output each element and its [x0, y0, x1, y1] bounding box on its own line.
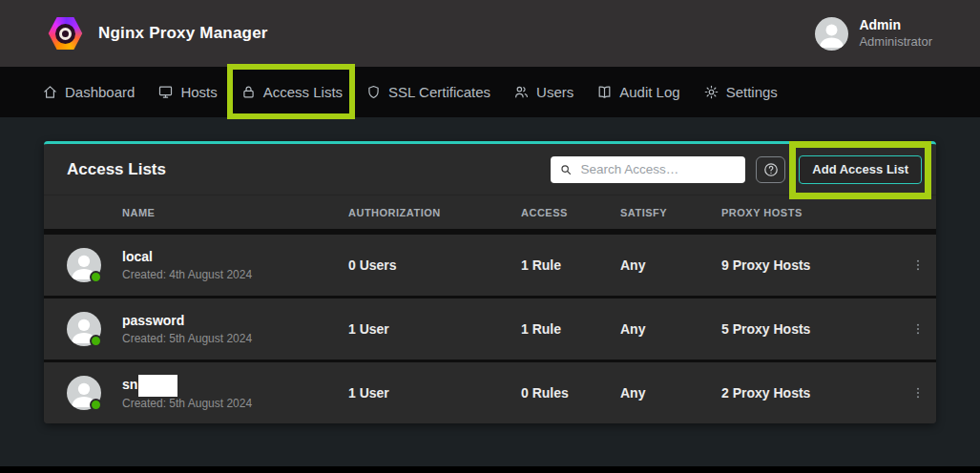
nav-label: Users: [536, 84, 573, 100]
table-row: local Created: 4th August 2024 0 Users 1…: [44, 235, 936, 296]
nav-item-audit-log[interactable]: Audit Log: [596, 84, 679, 100]
nav-item-ssl-certificates[interactable]: SSL Certificates: [365, 84, 490, 100]
gear-icon: [703, 84, 719, 100]
lock-icon: [240, 84, 257, 100]
access-list-name: password: [122, 313, 348, 328]
user-role: Administrator: [859, 34, 932, 50]
col-header-satisfy: Satisfy: [620, 207, 721, 218]
question-circle-icon: [762, 161, 780, 178]
user-name: Admin: [859, 17, 932, 34]
vertical-dots-icon: [910, 257, 926, 274]
satisfy-value: Any: [620, 321, 721, 337]
users-icon: [513, 84, 530, 100]
main-nav: Dashboard Hosts Access Lists SSL Certifi…: [0, 67, 980, 117]
proxy-hosts-value: 5 Proxy Hosts: [721, 321, 903, 337]
app-logo-link[interactable]: Nginx Proxy Manager: [48, 16, 268, 51]
npm-logo-icon: [48, 16, 83, 51]
access-lists-panel: Access Lists Add Access List Name Author…: [44, 141, 936, 423]
table-row: sn Created: 5th August 2024 1 User 0 Rul…: [44, 362, 936, 423]
app-title: Nginx Proxy Manager: [98, 24, 268, 43]
nav-item-hosts[interactable]: Hosts: [157, 84, 217, 100]
row-menu-button[interactable]: [905, 380, 931, 405]
status-dot: [90, 271, 102, 283]
nav-label: Audit Log: [619, 84, 679, 100]
access-value: 1 Rule: [521, 257, 620, 273]
access-list-name: local: [122, 249, 348, 264]
panel-title: Access Lists: [67, 160, 166, 179]
authorization-value: 1 User: [348, 321, 521, 337]
search-icon: [559, 162, 573, 177]
status-dot: [90, 335, 102, 347]
nav-label: Access Lists: [263, 84, 343, 100]
nav-item-users[interactable]: Users: [513, 84, 573, 100]
book-icon: [596, 84, 613, 100]
nav-label: Dashboard: [65, 84, 135, 100]
row-menu-button[interactable]: [905, 317, 931, 341]
redaction-box: [138, 375, 177, 397]
search-box: [551, 156, 745, 183]
vertical-dots-icon: [910, 384, 926, 401]
authorization-value: 1 User: [348, 385, 521, 401]
created-date: Created: 5th August 2024: [122, 332, 348, 345]
col-header-proxy-hosts: Proxy Hosts: [721, 207, 903, 218]
access-list-name: sn: [122, 377, 137, 392]
panel-header: Access Lists Add Access List: [44, 144, 936, 195]
proxy-hosts-value: 2 Proxy Hosts: [721, 385, 903, 401]
add-access-list-button[interactable]: Add Access List: [799, 155, 922, 184]
status-dot: [90, 399, 102, 411]
help-button[interactable]: [756, 156, 785, 183]
col-header-access: Access: [521, 207, 620, 218]
nav-item-access-lists[interactable]: Access Lists: [240, 84, 343, 100]
nav-label: Settings: [726, 84, 778, 100]
vertical-dots-icon: [910, 320, 926, 338]
authorization-value: 0 Users: [348, 257, 521, 273]
row-menu-button[interactable]: [905, 253, 931, 278]
user-menu[interactable]: Admin Administrator: [815, 17, 932, 51]
nav-label: SSL Certificates: [388, 84, 490, 100]
satisfy-value: Any: [620, 385, 721, 401]
app-header: Nginx Proxy Manager Admin Administrator: [0, 0, 980, 67]
created-date: Created: 5th August 2024: [122, 397, 348, 410]
col-header-name: Name: [122, 207, 348, 218]
proxy-hosts-value: 9 Proxy Hosts: [721, 257, 903, 273]
access-value: 1 Rule: [521, 321, 620, 337]
nav-item-dashboard[interactable]: Dashboard: [42, 84, 135, 100]
table-row: password Created: 5th August 2024 1 User…: [44, 298, 936, 360]
access-value: 0 Rules: [521, 385, 620, 401]
nav-item-settings[interactable]: Settings: [703, 84, 778, 100]
created-date: Created: 4th August 2024: [122, 268, 348, 281]
shield-icon: [365, 84, 382, 100]
window-bottom-edge: [0, 466, 980, 473]
col-header-authorization: Authorization: [348, 207, 521, 218]
home-icon: [42, 84, 58, 100]
monitor-icon: [157, 84, 174, 100]
search-input[interactable]: [580, 162, 737, 176]
table-header-row: Name Authorization Access Satisfy Proxy …: [44, 195, 936, 229]
satisfy-value: Any: [620, 257, 721, 273]
nav-label: Hosts: [180, 84, 217, 100]
user-avatar: [815, 17, 848, 51]
